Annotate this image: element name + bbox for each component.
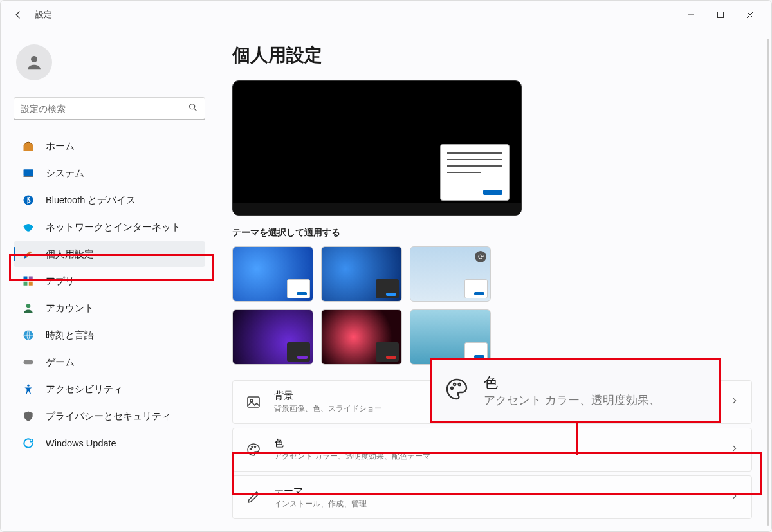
svg-point-22 <box>454 383 455 385</box>
account-name <box>60 50 200 75</box>
setting-card-themes[interactable]: テーマインストール、作成、管理 <box>232 475 752 519</box>
system-icon <box>21 166 35 180</box>
sidebar-item-label: ゲーム <box>46 356 75 369</box>
sidebar: ホーム システム Bluetooth とデバイス ネットワークとインターネット … <box>1 29 213 531</box>
svg-rect-11 <box>29 282 33 286</box>
svg-line-4 <box>194 109 196 111</box>
svg-rect-10 <box>24 282 28 286</box>
annotation-connector <box>576 421 578 455</box>
sidebar-item-label: Windows Update <box>46 438 116 448</box>
account-block[interactable] <box>14 35 205 95</box>
account-icon <box>21 301 35 315</box>
theme-section-label: テーマを選択して適用する <box>232 227 752 239</box>
svg-rect-8 <box>24 277 28 280</box>
svg-rect-1 <box>718 12 724 18</box>
svg-rect-9 <box>29 277 33 280</box>
sidebar-item-personalization[interactable]: 個人用設定 <box>14 241 205 267</box>
search-input[interactable] <box>21 104 188 114</box>
desktop-preview[interactable] <box>232 80 522 216</box>
svg-point-20 <box>255 446 256 448</box>
theme-option-4[interactable] <box>232 309 313 365</box>
sidebar-item-accounts[interactable]: アカウント <box>14 295 205 321</box>
minimize-button[interactable] <box>676 5 706 25</box>
sidebar-item-home[interactable]: ホーム <box>14 133 205 159</box>
svg-point-12 <box>26 304 31 308</box>
theme-grid: ⟳ <box>232 246 752 365</box>
svg-rect-5 <box>24 169 33 176</box>
sidebar-item-label: 個人用設定 <box>46 248 94 261</box>
window-title: 設定 <box>35 9 52 21</box>
svg-point-23 <box>459 383 461 385</box>
brush-icon <box>21 247 35 261</box>
sidebar-item-apps[interactable]: アプリ <box>14 268 205 294</box>
sidebar-item-label: プライバシーとセキュリティ <box>46 410 171 423</box>
theme-option-2[interactable] <box>321 246 402 302</box>
content-area: 個人用設定 テーマを選択して適用する ⟳ <box>213 29 771 531</box>
accessibility-icon <box>21 382 35 396</box>
search-box[interactable] <box>14 97 205 120</box>
chevron-right-icon <box>730 444 739 455</box>
page-title: 個人用設定 <box>232 43 752 68</box>
setting-title: 色 <box>274 437 717 450</box>
theme-option-3[interactable]: ⟳ <box>410 246 491 302</box>
theme-option-5[interactable] <box>321 309 402 365</box>
sidebar-item-label: アカウント <box>46 302 94 315</box>
sidebar-item-system[interactable]: システム <box>14 160 205 186</box>
apps-icon <box>21 274 35 288</box>
home-icon <box>21 139 35 153</box>
svg-point-7 <box>24 196 33 205</box>
sidebar-item-gaming[interactable]: ゲーム <box>14 349 205 375</box>
search-icon <box>188 102 198 115</box>
svg-point-19 <box>252 446 253 448</box>
theme-option-6[interactable] <box>410 309 491 365</box>
bluetooth-icon <box>21 193 35 207</box>
avatar <box>16 44 52 80</box>
sidebar-item-network[interactable]: ネットワークとインターネット <box>14 214 205 240</box>
brush-icon <box>246 490 261 505</box>
back-button[interactable] <box>7 4 29 26</box>
close-button[interactable] <box>735 5 765 25</box>
setting-title: テーマ <box>274 485 717 497</box>
annotation-callout-colors: 色アクセント カラー、透明度効果、 <box>430 358 721 423</box>
sync-badge-icon: ⟳ <box>475 251 486 262</box>
svg-point-2 <box>31 56 37 62</box>
svg-rect-16 <box>248 397 259 407</box>
globe-icon <box>21 328 35 342</box>
svg-point-18 <box>250 448 252 450</box>
sidebar-item-label: アクセシビリティ <box>46 383 123 396</box>
sidebar-item-time-language[interactable]: 時刻と言語 <box>14 322 205 348</box>
chevron-right-icon <box>730 396 739 408</box>
sidebar-item-label: ホーム <box>46 140 75 152</box>
svg-point-15 <box>27 385 29 387</box>
svg-point-21 <box>451 387 453 389</box>
theme-option-1[interactable] <box>232 246 313 302</box>
update-icon <box>21 436 35 450</box>
wifi-icon <box>21 220 35 234</box>
sidebar-item-label: ネットワークとインターネット <box>46 221 181 234</box>
setting-subtitle: アクセント カラー、透明度効果、配色テーマ <box>274 451 717 462</box>
svg-point-3 <box>190 104 195 109</box>
picture-icon <box>246 394 261 410</box>
sidebar-item-label: システム <box>46 167 84 179</box>
gamepad-icon <box>21 355 35 369</box>
palette-icon <box>246 442 261 457</box>
callout-subtitle: アクセント カラー、透明度効果、 <box>484 392 661 408</box>
setting-subtitle: インストール、作成、管理 <box>274 499 717 509</box>
setting-card-colors[interactable]: 色アクセント カラー、透明度効果、配色テーマ <box>232 428 752 472</box>
svg-rect-6 <box>24 176 33 177</box>
scrollbar[interactable] <box>767 39 769 526</box>
sidebar-item-bluetooth[interactable]: Bluetooth とデバイス <box>14 187 205 213</box>
sidebar-item-accessibility[interactable]: アクセシビリティ <box>14 376 205 402</box>
sidebar-item-label: 時刻と言語 <box>46 329 94 342</box>
titlebar: 設定 <box>1 1 771 29</box>
chevron-right-icon <box>730 491 739 503</box>
sidebar-item-label: Bluetooth とデバイス <box>46 194 136 206</box>
palette-icon <box>444 376 470 405</box>
preview-window-mock <box>440 144 510 201</box>
maximize-button[interactable] <box>706 5 735 25</box>
sidebar-item-windows-update[interactable]: Windows Update <box>14 430 205 456</box>
sidebar-item-label: アプリ <box>46 275 75 288</box>
sidebar-item-privacy[interactable]: プライバシーとセキュリティ <box>14 403 205 429</box>
callout-title: 色 <box>484 373 661 392</box>
svg-rect-14 <box>24 360 33 365</box>
